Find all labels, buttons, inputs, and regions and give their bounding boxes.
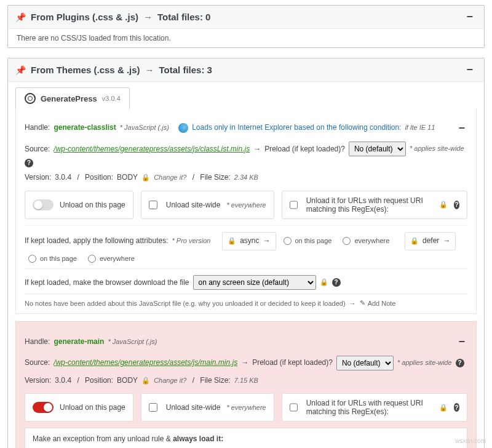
filesize-value: 7.15 KB [234,375,258,387]
sitewide-hint: * applies site-wide [397,357,452,369]
watermark: wsxdn.com [455,438,486,444]
arrow-icon: → [349,300,356,307]
meta-row: Version: 3.0.4 / Position: BODY 🔒 Change… [25,171,467,185]
help-icon[interactable]: ? [454,201,459,209]
screen-size-select[interactable]: on any screen size (default) [193,275,316,290]
async-onpage-radio[interactable] [284,237,292,245]
ie-condition: if lte IE 11 [405,122,435,134]
preload-select[interactable]: No (default) [349,142,406,156]
version-value: 3.0.4 [55,171,71,185]
unload-page-toggle[interactable] [33,402,54,413]
add-note-button[interactable]: ✎Add Note [360,299,396,307]
collapse-asset-button[interactable]: − [456,118,467,138]
source-link[interactable]: /wp-content/themes/generatepress/assets/… [54,143,250,156]
collapse-button[interactable]: − [462,10,477,23]
pin-icon: 📌 [15,12,26,22]
ie-icon [178,123,188,133]
position-value: BODY [117,374,138,388]
lock-icon: 🔒 [228,235,236,247]
collapse-asset-button[interactable]: − [456,332,467,351]
plugins-panel: 📌 From Plugins (.css & .js) → Total file… [7,5,485,48]
unload-sitewide-box: Unload site-wide * everywhere [141,191,274,219]
generatepress-icon [25,93,36,104]
unload-page-toggle[interactable] [33,199,54,210]
asset-type: * JavaScript (.js) [120,122,169,134]
plugins-panel-header[interactable]: 📌 From Plugins (.css & .js) → Total file… [8,6,484,29]
source-row: Source: /wp-content/themes/generatepress… [25,142,467,167]
unload-options-row: Unload on this page Unload site-wide * e… [25,191,467,219]
help-icon[interactable]: ? [454,403,459,412]
themes-panel-header[interactable]: 📌 From Themes (.css & .js) → Total files… [8,58,484,82]
notes-row: No notes have been added about this Java… [25,294,467,307]
change-it-link[interactable]: Change it? [154,375,186,387]
themes-panel: 📌 From Themes (.css & .js) → Total files… [7,58,485,448]
theme-tabs: GeneratePress v3.0.4 [8,82,484,108]
pin-icon: 📌 [15,65,26,75]
exception-heading: Make an exception from any unload rule &… [33,434,459,443]
unload-regex-box: Unload it for URLs with request URI matc… [282,393,467,422]
handle-name: generate-classlist [54,121,116,135]
lock-icon: 🔒 [410,235,419,247]
unload-regex-checkbox[interactable] [290,201,298,209]
lock-icon: 🔒 [141,172,150,184]
handle-name: generate-main [54,335,104,349]
arrow-icon: → [241,356,248,370]
arrow-icon: → [143,12,153,22]
asset-main: Handle: generate-main * JavaScript (.js)… [15,321,477,448]
help-icon[interactable]: ? [332,278,341,287]
asset-type: * JavaScript (.js) [108,336,157,348]
handle-row: Handle: generate-classlist * JavaScript … [25,118,467,138]
unload-options-row: Unload on this page Unload site-wide * e… [25,393,467,422]
preload-select[interactable]: No (default) [336,356,394,370]
themes-panel-title: 📌 From Themes (.css & .js) → Total files… [15,65,462,75]
defer-box: 🔒defer→ [405,232,456,250]
collapse-button[interactable]: − [462,63,477,76]
asset-classlist: Handle: generate-classlist * JavaScript … [15,108,477,314]
source-link[interactable]: /wp-content/themes/generatepress/assets/… [54,356,237,370]
themes-title-text: From Themes (.css & .js) [31,65,140,75]
unload-page-box: Unload on this page [25,191,133,219]
help-icon[interactable]: ? [456,359,464,367]
lock-icon: 🔒 [141,375,150,387]
lock-icon: 🔒 [439,201,448,209]
filesize-value: 2.34 KB [234,172,258,184]
help-icon[interactable]: ? [25,159,33,167]
unload-sitewide-checkbox[interactable] [149,201,157,209]
plugins-panel-title: 📌 From Plugins (.css & .js) → Total file… [15,12,462,22]
theme-tab-generatepress[interactable]: GeneratePress v3.0.4 [15,87,130,109]
lock-icon: 🔒 [320,276,328,289]
position-value: BODY [117,171,138,185]
plugins-empty-note: There are no CSS/JS loaded from this loc… [8,29,484,47]
change-it-link[interactable]: Change it? [154,172,186,184]
sitewide-hint: * applies site-wide [410,143,464,155]
plugins-count: Total files: 0 [157,12,210,22]
defer-onpage-radio[interactable] [28,255,36,263]
lock-icon: 🔒 [439,404,448,412]
source-row: Source: /wp-content/themes/generatepress… [25,356,467,370]
unload-page-box: Unload on this page [25,393,133,422]
preload-label: Preload (if kept loaded)? [252,356,333,370]
pencil-icon: ✎ [360,299,365,307]
unload-regex-box: Unload it for URLs with request URI matc… [282,191,467,219]
handle-row: Handle: generate-main * JavaScript (.js)… [25,332,467,351]
async-box: 🔒async→ [222,232,276,250]
meta-row: Version: 3.0.4 / Position: BODY 🔒 Change… [25,374,467,388]
attrs-row: If kept loaded, apply the following attr… [25,225,467,265]
unload-regex-checkbox[interactable] [290,403,298,412]
ie-condition-text: Loads only in Internet Explorer based on… [192,121,401,135]
theme-name: GeneratePress [41,94,97,103]
version-value: 3.0.4 [55,374,71,388]
theme-version: v3.0.4 [102,95,121,102]
unload-sitewide-box: Unload site-wide * everywhere [141,393,274,422]
exception-box: Make an exception from any unload rule &… [25,428,467,448]
plugins-title-text: From Plugins (.css & .js) [31,12,138,22]
async-everywhere-radio[interactable] [343,237,351,245]
download-row: If kept loaded, make the browser downloa… [25,268,467,290]
arrow-icon: → [253,143,261,156]
arrow-icon: → [145,65,154,75]
themes-count: Total files: 3 [159,65,212,75]
preload-label: Preload (if kept loaded)? [264,143,345,156]
unload-sitewide-checkbox[interactable] [149,403,157,412]
defer-everywhere-radio[interactable] [88,255,96,263]
